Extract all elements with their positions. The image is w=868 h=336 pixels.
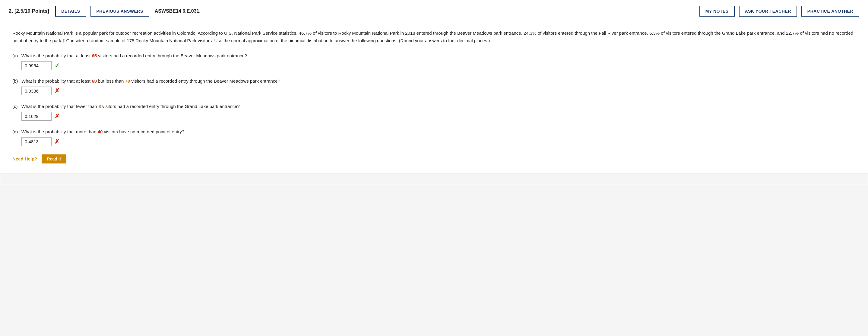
- details-button[interactable]: DETAILS: [55, 6, 86, 17]
- footer-bar: [0, 173, 868, 184]
- part-b-incorrect-icon: ✗: [55, 87, 60, 94]
- part-b-num2: 70: [125, 79, 130, 84]
- part-c-incorrect-icon: ✗: [55, 113, 60, 120]
- part-d-question: What is the probability that more than 4…: [22, 129, 184, 134]
- part-c-num1: 8: [98, 104, 101, 109]
- part-c-letter: (c): [12, 104, 20, 109]
- part-d-answer-row: ✗: [22, 137, 856, 146]
- part-a-num1: 65: [92, 53, 97, 58]
- my-notes-button[interactable]: MY NOTES: [700, 6, 735, 17]
- part-b-answer-row: ✗: [22, 87, 856, 95]
- part-d: (d) What is the probability that more th…: [12, 129, 856, 146]
- part-c-answer-row: ✗: [22, 112, 856, 121]
- problem-text: Rocky Mountain National Park is a popula…: [12, 30, 856, 44]
- practice-another-button[interactable]: PRACTICE ANOTHER: [801, 6, 859, 17]
- problem-code: ASWSBE14 6.E.031.: [155, 8, 200, 14]
- content-area: Rocky Mountain National Park is a popula…: [0, 22, 868, 173]
- part-b-label: (b) What is the probability that at leas…: [12, 79, 856, 84]
- part-c: (c) What is the probability that fewer t…: [12, 104, 856, 121]
- need-help-label: Need Help?: [12, 156, 37, 161]
- part-a-input[interactable]: [22, 61, 52, 70]
- main-container: 2. [2.5/10 Points] DETAILS PREVIOUS ANSW…: [0, 0, 868, 184]
- part-a-question: What is the probability that at least 65…: [22, 53, 247, 58]
- part-b-letter: (b): [12, 79, 20, 84]
- part-a-letter: (a): [12, 53, 20, 58]
- part-b-num1: 60: [92, 79, 97, 84]
- part-c-label: (c) What is the probability that fewer t…: [12, 104, 856, 109]
- part-d-incorrect-icon: ✗: [55, 138, 60, 145]
- part-b: (b) What is the probability that at leas…: [12, 79, 856, 95]
- header-bar: 2. [2.5/10 Points] DETAILS PREVIOUS ANSW…: [0, 0, 868, 22]
- ask-teacher-button[interactable]: ASK YOUR TEACHER: [739, 6, 797, 17]
- part-a-label: (a) What is the probability that at leas…: [12, 53, 856, 58]
- read-it-button[interactable]: Read It: [42, 154, 67, 163]
- part-a: (a) What is the probability that at leas…: [12, 53, 856, 70]
- part-b-input[interactable]: [22, 87, 52, 95]
- question-label: 2. [2.5/10 Points]: [9, 8, 49, 14]
- part-b-question: What is the probability that at least 60…: [22, 79, 280, 84]
- part-d-num1: 40: [98, 129, 103, 134]
- part-d-label: (d) What is the probability that more th…: [12, 129, 856, 134]
- part-d-letter: (d): [12, 129, 20, 134]
- part-a-answer-row: ✓: [22, 61, 856, 70]
- part-c-question: What is the probability that fewer than …: [22, 104, 240, 109]
- part-a-correct-icon: ✓: [55, 62, 60, 69]
- need-help-section: Need Help? Read It: [12, 154, 856, 163]
- previous-answers-button[interactable]: PREVIOUS ANSWERS: [91, 6, 149, 17]
- part-d-input[interactable]: [22, 137, 52, 146]
- part-c-input[interactable]: [22, 112, 52, 121]
